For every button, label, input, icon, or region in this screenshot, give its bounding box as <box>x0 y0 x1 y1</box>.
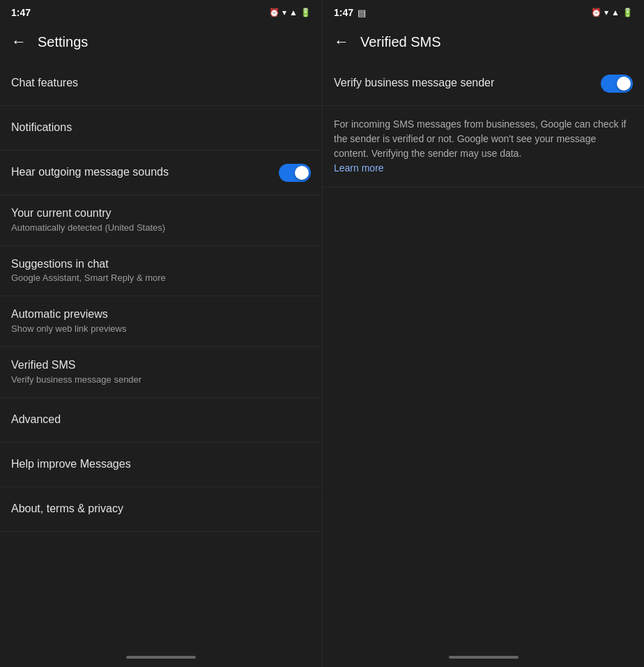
settings-item-country[interactable]: Your current country Automatically detec… <box>0 195 322 246</box>
status-time-left: 1:47 <box>11 7 31 18</box>
country-subtitle: Automatically detected (United States) <box>11 222 311 234</box>
hear-outgoing-title: Hear outgoing message sounds <box>11 165 279 180</box>
wifi-icon-right: ▾ <box>604 8 608 17</box>
status-bar-right: 1:47 ▤ ⏰ ▾ ▲ 🔋 <box>323 0 644 22</box>
verify-sender-item[interactable]: Verify business message sender <box>323 61 644 106</box>
verified-sms-description-text: For incoming SMS messages from businesse… <box>334 118 626 159</box>
wifi-icon: ▾ <box>282 8 286 17</box>
status-icons-left: ⏰ ▾ ▲ 🔋 <box>269 8 311 17</box>
settings-item-verified-sms[interactable]: Verified SMS Verify business message sen… <box>0 347 322 398</box>
alarm-icon-right: ⏰ <box>591 8 601 17</box>
verified-sms-back-button[interactable]: ← <box>328 27 355 56</box>
suggestions-title: Suggestions in chat <box>11 257 311 272</box>
settings-item-chat-features[interactable]: Chat features <box>0 61 322 106</box>
chat-features-title: Chat features <box>11 76 311 91</box>
settings-item-suggestions[interactable]: Suggestions in chat Google Assistant, Sm… <box>0 246 322 297</box>
settings-title: Settings <box>38 34 88 50</box>
image-icon: ▤ <box>358 8 366 18</box>
advanced-title: Advanced <box>11 413 311 427</box>
settings-panel: 1:47 ⏰ ▾ ▲ 🔋 ← Settings Chat features No… <box>0 0 322 667</box>
battery-icon-right: 🔋 <box>622 8 633 17</box>
suggestions-subtitle: Google Assistant, Smart Reply & more <box>11 273 311 284</box>
settings-item-hear-outgoing[interactable]: Hear outgoing message sounds <box>0 151 322 195</box>
verify-sender-title: Verify business message sender <box>334 76 601 91</box>
verified-sms-toolbar: ← Verified SMS <box>323 22 644 61</box>
home-indicator-right <box>323 650 644 667</box>
back-button[interactable]: ← <box>6 27 32 56</box>
signal-icon-right: ▲ <box>611 8 620 17</box>
settings-toolbar: ← Settings <box>0 22 322 61</box>
battery-icon: 🔋 <box>300 8 311 17</box>
verified-sms-title: Verified SMS <box>11 358 311 373</box>
learn-more-link[interactable]: Learn more <box>334 162 384 174</box>
home-indicator-left <box>0 650 322 667</box>
settings-item-about[interactable]: About, terms & privacy <box>0 487 322 532</box>
alarm-icon: ⏰ <box>269 8 279 17</box>
verified-sms-description: For incoming SMS messages from businesse… <box>323 106 644 187</box>
verified-sms-title: Verified SMS <box>360 34 441 50</box>
notifications-title: Notifications <box>11 121 311 135</box>
help-improve-title: Help improve Messages <box>11 457 311 472</box>
settings-list: Chat features Notifications Hear outgoin… <box>0 61 322 650</box>
status-time-right: 1:47 <box>334 7 353 18</box>
hear-outgoing-toggle[interactable] <box>279 164 311 182</box>
settings-item-previews[interactable]: Automatic previews Show only web link pr… <box>0 296 322 347</box>
settings-item-help-improve[interactable]: Help improve Messages <box>0 443 322 487</box>
signal-icon: ▲ <box>289 8 298 17</box>
previews-subtitle: Show only web link previews <box>11 323 311 335</box>
previews-title: Automatic previews <box>11 307 311 322</box>
settings-item-notifications[interactable]: Notifications <box>0 106 322 151</box>
verify-sender-toggle[interactable] <box>601 75 633 93</box>
verified-sms-panel: 1:47 ▤ ⏰ ▾ ▲ 🔋 ← Verified SMS Verify bus… <box>322 0 644 667</box>
status-icons-right: ⏰ ▾ ▲ 🔋 <box>591 8 633 17</box>
settings-item-advanced[interactable]: Advanced <box>0 398 322 443</box>
status-bar-left: 1:47 ⏰ ▾ ▲ 🔋 <box>0 0 322 22</box>
about-title: About, terms & privacy <box>11 502 311 516</box>
verified-sms-subtitle: Verify business message sender <box>11 374 311 386</box>
country-title: Your current country <box>11 206 311 221</box>
